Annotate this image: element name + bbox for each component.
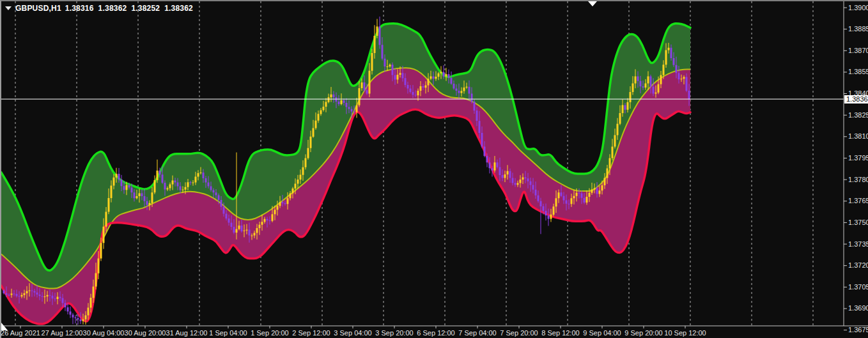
- ohlc-header: GBPUSD,H1 1.38316 1.38362 1.38252 1.3836…: [5, 4, 193, 13]
- time-axis-label: 9 Sep 04:00: [583, 330, 621, 337]
- price-axis-label: 1.38100: [848, 133, 868, 140]
- time-axis-label: 3 Sep 20:00: [375, 330, 413, 337]
- time-axis-label: 30 Aug 20:00: [125, 330, 166, 337]
- price-axis-label: 1.38850: [848, 26, 868, 33]
- time-axis-label: 27 Aug 12:00: [42, 330, 83, 337]
- chart-canvas[interactable]: [1, 1, 868, 338]
- chart-window: GBPUSD,H1 1.38316 1.38362 1.38252 1.3836…: [0, 0, 868, 338]
- price-axis-label: 1.39000: [848, 4, 868, 12]
- price-axis-label: 1.36900: [848, 305, 868, 312]
- bid-price-tag: 1.38362: [844, 95, 868, 104]
- price-axis-label: 1.36750: [848, 326, 868, 334]
- time-axis-label: 9 Sep 20:00: [624, 330, 662, 337]
- price-axis-label: 1.37800: [848, 176, 868, 183]
- time-axis-label: 1 Sep 04:00: [209, 330, 247, 337]
- price-axis-label: 1.37650: [848, 197, 868, 204]
- time-axis-label: 7 Sep 04:00: [458, 330, 496, 337]
- time-axis-label: 8 Sep 12:00: [541, 330, 579, 337]
- price-axis-label: 1.38550: [848, 68, 868, 75]
- price-axis-label: 1.37200: [848, 262, 868, 269]
- price-axis-label: 1.38250: [848, 112, 868, 119]
- time-axis-label: 6 Sep 12:00: [417, 330, 454, 337]
- symbol-collapse-icon[interactable]: [5, 6, 12, 10]
- time-axis-label: 2 Sep 12:00: [292, 330, 330, 337]
- price-axis-label: 1.38700: [848, 47, 868, 54]
- time-axis-label: 31 Aug 12:00: [166, 330, 208, 337]
- time-axis-label: 3 Sep 04:00: [334, 330, 371, 337]
- time-axis-label: 1 Sep 20:00: [251, 330, 288, 337]
- ohlc-high: 1.38362: [98, 4, 127, 13]
- price-axis-label: 1.37500: [848, 219, 868, 226]
- price-axis-label: 1.37350: [848, 241, 868, 248]
- time-axis-label: 26 Aug 2021: [1, 330, 40, 337]
- chart-shift-marker-icon[interactable]: [588, 1, 597, 6]
- symbol-label: GBPUSD,H1: [15, 4, 61, 13]
- time-axis-label: 30 Aug 04:00: [83, 330, 125, 337]
- price-axis-label: 1.37050: [848, 284, 868, 291]
- ohlc-low: 1.38252: [131, 4, 160, 13]
- price-axis-label: 1.37950: [848, 155, 868, 162]
- ohlc-close: 1.38362: [164, 4, 193, 13]
- ohlc-open: 1.38316: [65, 4, 94, 13]
- time-axis-label: 7 Sep 20:00: [500, 330, 538, 337]
- time-axis-label: 10 Sep 12:00: [664, 330, 706, 337]
